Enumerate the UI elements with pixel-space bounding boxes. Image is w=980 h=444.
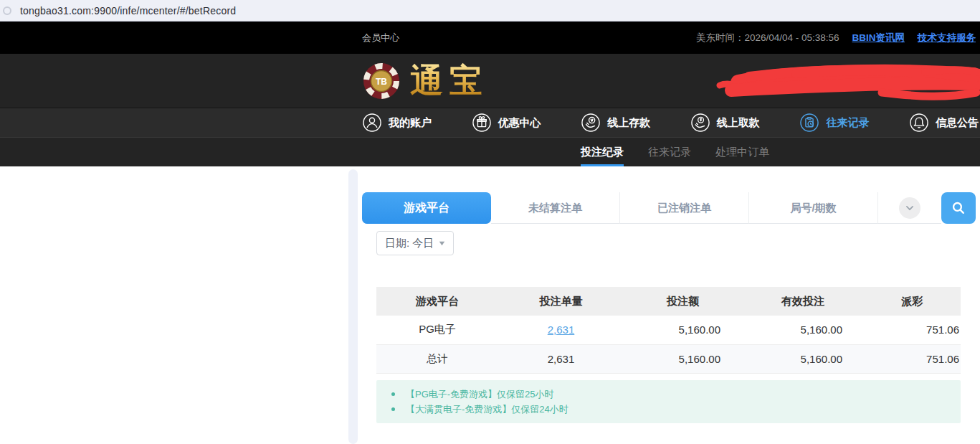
user-icon <box>362 113 382 133</box>
top-utility-bar: 会员中心 美东时间：2026/04/04 - 05:38:56 BBIN资讯网 … <box>0 22 980 54</box>
table-total-row: 总计 2,631 5,160.00 5,160.00 751.06 <box>376 344 961 373</box>
subnav-item-processing-orders[interactable]: 处理中订单 <box>715 138 769 166</box>
nav-label: 优惠中心 <box>498 116 541 130</box>
cell-total-label: 总计 <box>376 344 498 373</box>
tech-support-link[interactable]: 技术支持服务 <box>918 32 976 44</box>
search-button[interactable] <box>941 192 976 224</box>
tab-unsettled-bets[interactable]: 未结算注单 <box>491 192 620 224</box>
page: tongbao31.com:9900/infe/mcenter/#/betRec… <box>0 0 980 444</box>
tabs-expand-button[interactable] <box>878 192 941 224</box>
note-text: 【大满贯电子-免费游戏】仅保留24小时 <box>406 403 569 416</box>
tab-round-number[interactable]: 局号/期数 <box>749 192 878 224</box>
nav-item-announcements[interactable]: 信息公告 <box>909 113 979 133</box>
nav-item-my-account[interactable]: 我的账户 <box>362 113 432 133</box>
nav-item-withdraw[interactable]: 线上取款 <box>690 113 760 133</box>
nav-label: 往来记录 <box>826 116 869 130</box>
redaction-scribble <box>710 57 980 105</box>
nav-label: 线上取款 <box>717 116 760 130</box>
cell-total-payout: 751.06 <box>864 344 961 373</box>
poker-chip-icon: TB <box>362 62 401 100</box>
date-filter-label: 日期: 今日 <box>385 237 434 250</box>
bet-count-link[interactable]: 2,631 <box>548 323 575 336</box>
server-time: 美东时间：2026/04/04 - 05:38:56 <box>696 32 839 44</box>
bet-summary-table: 游戏平台 投注单量 投注额 有效投注 派彩 PG电子 2,631 5,160.0… <box>376 287 961 374</box>
cell-payout: 751.06 <box>864 316 961 344</box>
member-center-link[interactable]: 会员中心 <box>362 32 399 44</box>
col-bet-amount: 投注额 <box>624 287 742 316</box>
table-row: PG电子 2,631 5,160.00 5,160.00 751.06 <box>376 316 961 344</box>
deposit-icon <box>581 113 601 133</box>
note-line: 【大满贯电子-免费游戏】仅保留24小时 <box>376 402 961 417</box>
subnav-item-bet-records[interactable]: 投注纪录 <box>581 138 624 166</box>
table-header-row: 游戏平台 投注单量 投注额 有效投注 派彩 <box>376 287 961 316</box>
col-valid-bet: 有效投注 <box>742 287 864 316</box>
subnav-item-transaction-records[interactable]: 往来记录 <box>648 138 691 166</box>
col-payout: 派彩 <box>864 287 961 316</box>
bbin-news-link[interactable]: BBIN资讯网 <box>852 32 905 44</box>
bullet-icon <box>391 392 395 396</box>
tab-cancelled-bets[interactable]: 已注销注单 <box>620 192 749 224</box>
bullet-icon <box>391 407 395 411</box>
svg-text:TB: TB <box>376 76 387 86</box>
bell-icon <box>909 113 929 133</box>
nav-item-transaction-records[interactable]: 往来记录 <box>799 113 869 133</box>
chevron-down-icon <box>899 197 920 219</box>
brand-name: 通宝 <box>410 61 489 100</box>
note-line: 【PG电子-免费游戏】仅保留25小时 <box>376 387 961 402</box>
panel-scrollbar[interactable] <box>348 169 358 444</box>
browser-control-icon <box>3 6 11 15</box>
header: TB 通宝 <box>0 54 980 108</box>
cell-bet-amount: 5,160.00 <box>624 316 742 344</box>
cell-total-count: 2,631 <box>498 344 624 373</box>
col-game-platform: 游戏平台 <box>376 287 498 316</box>
gift-icon <box>472 113 492 133</box>
date-filter-dropdown[interactable]: 日期: 今日 ▼ <box>376 231 454 255</box>
nav-item-promotions[interactable]: 优惠中心 <box>472 113 541 133</box>
note-text: 【PG电子-免费游戏】仅保留25小时 <box>406 388 554 401</box>
cell-total-valid-bet: 5,160.00 <box>742 344 864 373</box>
search-icon <box>951 200 966 216</box>
cell-valid-bet: 5,160.00 <box>742 316 864 344</box>
col-bet-count: 投注单量 <box>498 287 624 316</box>
browser-address-bar[interactable]: tongbao31.com:9900/infe/mcenter/#/betRec… <box>0 0 980 22</box>
nav-label: 我的账户 <box>389 116 432 130</box>
retention-notes: 【PG电子-免费游戏】仅保留25小时 【大满贯电子-免费游戏】仅保留24小时 <box>376 380 961 423</box>
caret-down-icon: ▼ <box>438 240 447 247</box>
brand-logo[interactable]: TB 通宝 <box>362 61 489 100</box>
main-nav: 我的账户 优惠中心 线上存款 <box>0 108 980 137</box>
cell-platform: PG电子 <box>376 316 498 344</box>
nav-label: 线上存款 <box>607 116 650 130</box>
url-text[interactable]: tongbao31.com:9900/infe/mcenter/#/betRec… <box>20 5 236 16</box>
topbar-right-group: 美东时间：2026/04/04 - 05:38:56 BBIN资讯网 技术支持服… <box>696 32 976 44</box>
query-tabs: 游戏平台 未结算注单 已注销注单 局号/期数 <box>362 192 976 224</box>
withdraw-icon <box>690 113 710 133</box>
cell-total-bet-amount: 5,160.00 <box>624 344 742 373</box>
records-icon <box>799 113 819 133</box>
tab-game-platform[interactable]: 游戏平台 <box>362 192 491 224</box>
nav-label: 信息公告 <box>936 116 979 130</box>
content-area: 游戏平台 未结算注单 已注销注单 局号/期数 日期: 今日 ▼ <box>0 166 980 444</box>
nav-item-deposit[interactable]: 线上存款 <box>581 113 650 133</box>
sub-nav: 投注纪录 往来记录 处理中订单 <box>0 137 980 166</box>
